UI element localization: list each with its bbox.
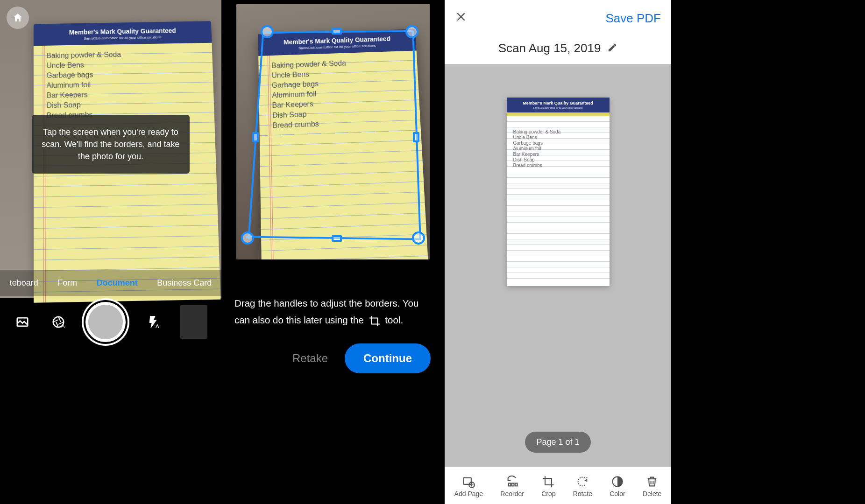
list-item: Dish Soap — [513, 157, 605, 163]
border-actions: Retake Continue — [221, 343, 445, 373]
reorder-icon — [506, 475, 519, 488]
color-button[interactable]: Color — [610, 475, 625, 497]
shutter-button[interactable] — [85, 302, 126, 342]
list-item: Garbage bags — [513, 140, 605, 146]
border-instruction: Drag the handles to adjust the borders. … — [234, 295, 432, 329]
tab-business-card[interactable]: Business Card — [154, 278, 214, 288]
capture-tip: Tap the screen when you're ready to scan… — [32, 115, 190, 174]
svg-text:A: A — [156, 323, 159, 329]
notepad-header-subtitle: SamsClub.com/office for all your office … — [509, 106, 608, 109]
notepad-captured: Member's Mark Quality Guaranteed SamsClu… — [258, 29, 428, 256]
scan-type-tabs: teboard Form Document Business Card — [0, 270, 221, 296]
tab-form[interactable]: Form — [55, 278, 80, 288]
notepad-header: Member's Mark Quality Guaranteed SamsClu… — [507, 98, 610, 112]
flash-button[interactable]: A — [145, 314, 162, 330]
svg-rect-8 — [515, 483, 517, 486]
handwritten-list: Baking powder & Soda Uncle Bens Garbage … — [46, 48, 207, 120]
handwritten-list: Baking powder & Soda Uncle Bens Garbage … — [513, 129, 605, 168]
notepad-body: Baking powder & Soda Uncle Bens Garbage … — [258, 50, 429, 259]
page-indicator: Page 1 of 1 — [525, 432, 590, 453]
scan-preview[interactable]: Member's Mark Quality Guaranteed SamsClu… — [507, 98, 610, 286]
retake-button[interactable]: Retake — [292, 352, 328, 365]
review-screen: Save PDF Scan Aug 15, 2019 Member's Mark… — [445, 0, 671, 504]
notepad-body: Baking powder & Soda Uncle Bens Garbage … — [507, 116, 610, 286]
flash-icon: A — [146, 315, 160, 329]
tool-label: Add Page — [454, 490, 483, 497]
rename-button[interactable] — [607, 42, 617, 55]
notepad-header: Member's Mark Quality Guaranteed SamsClu… — [34, 21, 212, 46]
tool-label: Color — [610, 490, 625, 497]
instruction-text-post: tool. — [385, 315, 403, 325]
camera-viewfinder[interactable]: Member's Mark Quality Guaranteed SamsClu… — [0, 0, 221, 298]
crop-icon — [542, 475, 555, 488]
camera-controls: A A — [0, 299, 221, 345]
tab-whiteboard[interactable]: teboard — [7, 278, 41, 288]
trash-icon — [645, 475, 659, 488]
crop-handle-bl[interactable] — [241, 231, 254, 245]
delete-button[interactable]: Delete — [643, 475, 661, 497]
scan-title: Scan Aug 15, 2019 — [498, 41, 601, 56]
crop-mid-left[interactable] — [252, 132, 259, 142]
save-pdf-button[interactable]: Save PDF — [606, 11, 661, 26]
rotate-icon — [576, 475, 589, 488]
tab-document[interactable]: Document — [94, 278, 141, 288]
list-item: Uncle Bens — [513, 135, 605, 140]
close-button[interactable] — [455, 10, 467, 26]
handwritten-list: Baking powder & Soda Uncle Bens Garbage … — [271, 56, 413, 131]
tool-label: Reorder — [500, 490, 524, 497]
tool-label: Delete — [643, 490, 661, 497]
close-icon — [455, 11, 467, 23]
last-scan-thumbnail[interactable] — [180, 305, 207, 339]
gallery-icon — [15, 315, 29, 329]
notepad-header-title: Member's Mark Quality Guaranteed — [509, 101, 608, 105]
scan-preview-area: Member's Mark Quality Guaranteed SamsClu… — [445, 64, 671, 467]
tool-label: Crop — [541, 490, 555, 497]
continue-button[interactable]: Continue — [345, 343, 431, 373]
home-button[interactable] — [7, 7, 29, 29]
review-toolbar: Add Page Reorder Crop Rotate Color Delet… — [445, 467, 671, 504]
color-icon — [611, 475, 624, 488]
list-item: Aluminum foil — [513, 146, 605, 152]
pencil-icon — [607, 42, 617, 53]
reorder-button[interactable]: Reorder — [500, 475, 524, 497]
review-header: Save PDF — [445, 0, 671, 36]
aperture-icon: A — [51, 315, 65, 329]
adjust-borders-screen: Member's Mark Quality Guaranteed SamsClu… — [221, 0, 445, 504]
rotate-button[interactable]: Rotate — [573, 475, 592, 497]
crop-button[interactable]: Crop — [541, 475, 555, 497]
svg-rect-6 — [508, 483, 510, 486]
list-item: Bread crumbs — [513, 163, 605, 168]
list-item: Baking powder & Soda — [513, 129, 605, 135]
svg-text:A: A — [61, 323, 65, 329]
crop-icon — [369, 315, 381, 327]
svg-rect-7 — [511, 483, 514, 486]
add-page-button[interactable]: Add Page — [454, 475, 483, 497]
gallery-button[interactable] — [14, 314, 31, 330]
add-page-icon — [462, 475, 475, 488]
capture-screen: Member's Mark Quality Guaranteed SamsClu… — [0, 0, 221, 504]
list-item: Bar Keepers — [513, 152, 605, 157]
auto-capture-button[interactable]: A — [50, 314, 67, 330]
captured-photo: Member's Mark Quality Guaranteed SamsClu… — [236, 4, 430, 259]
tool-label: Rotate — [573, 490, 592, 497]
scan-title-row: Scan Aug 15, 2019 — [445, 36, 671, 64]
home-icon — [12, 12, 23, 23]
